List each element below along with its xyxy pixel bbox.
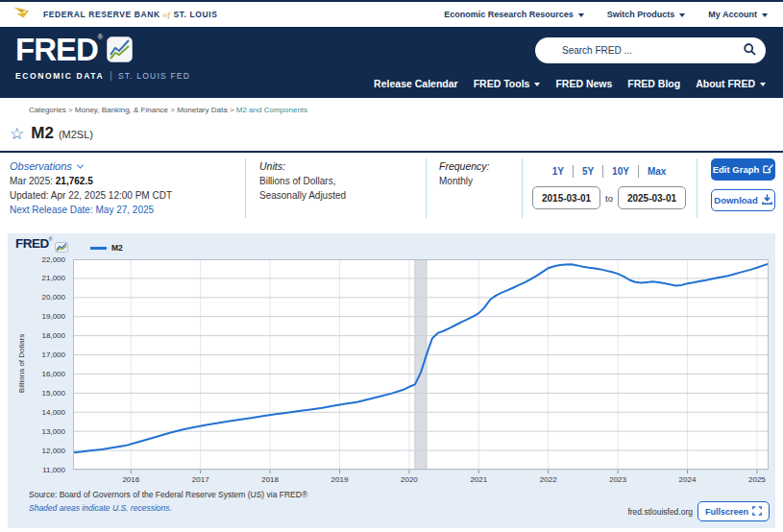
nav-release-calendar[interactable]: Release Calendar [374,78,458,89]
page-title: M2 [31,124,54,143]
units-label: Units: [259,159,346,174]
legend-series-label: M2 [111,243,123,253]
end-date-input[interactable] [618,186,686,209]
graph-actions: Edit Graph Download [711,153,778,211]
legend-line-swatch [90,247,107,250]
y-tick-label: 19,000 [42,312,65,321]
x-tick-label: 2019 [323,475,357,484]
range-separator [638,165,639,178]
eagle-logo-icon [13,6,37,24]
breadcrumb: CategoriesMoney, Banking, & FinanceMonet… [0,98,783,114]
y-tick-label: 20,000 [42,293,65,302]
range-max-button[interactable]: Max [648,166,666,177]
fred-watermark-text: FRED [15,236,49,251]
y-tick-label: 15,000 [42,389,65,398]
updated-timestamp: Updated: Apr 22, 2025 12:00 PM CDT [10,188,172,203]
series-meta-bar: Observations Mar 2025: 21,762.5 Updated:… [0,153,783,226]
y-tick-label: 17,000 [42,351,65,359]
caret-down-icon [578,13,584,20]
fred-logo[interactable]: FRED® ECONOMIC DATA | ST. LOUIS FED [15,34,190,81]
caret-down-icon [679,13,685,20]
breadcrumb-current[interactable]: M2 and Components [228,106,307,114]
nav-about-fred[interactable]: About FRED [696,78,766,89]
frequency-block: Frequency: Monthly [439,159,490,188]
fullscreen-button[interactable]: Fullscreen [697,501,770,521]
source-attribution: Source: Board of Governors of the Federa… [29,490,307,499]
breadcrumb-monetary-data[interactable]: Monetary Data [168,106,228,114]
chart-panel: FRED® M2 Billions of Dollars 11,00012,00… [8,233,775,528]
observations-dropdown[interactable]: Observations [10,159,83,174]
search-box [535,37,766,63]
y-tick-label: 14,000 [42,408,65,417]
x-axis-ticks: 2016201720182019202020212022202320242025 [73,475,769,487]
chart-legend: M2 [90,243,123,253]
x-tick-label: 2024 [671,475,705,484]
edit-pencil-icon [763,163,773,176]
y-tick-label: 11,000 [42,466,65,474]
date-range-block: 1Y 5Y 10Y Max to [526,153,692,209]
y-tick-label: 22,000 [42,255,65,264]
nav-fred-news[interactable]: FRED News [555,78,612,89]
nav-fred-blog[interactable]: FRED Blog [627,78,680,89]
series-title-row: ☆ M2 (M2SL) [0,114,783,151]
tagline-stlouis-fed: ST. LOUIS FED [118,71,190,81]
latest-observation: Mar 2025: 21,762.5 [10,174,172,188]
menu-my-account[interactable]: My Account [708,10,768,19]
range-10y-button[interactable]: 10Y [612,166,629,177]
y-axis-ticks: 11,00012,00013,00014,00015,00016,00017,0… [8,259,69,470]
range-5y-button[interactable]: 5Y [582,166,594,177]
fred-mini-chart-icon [55,239,68,256]
menu-economic-research-resources[interactable]: Economic Research Resources [444,10,584,19]
breadcrumb-categories[interactable]: Categories [29,106,66,114]
y-tick-label: 21,000 [42,274,65,282]
latest-value: 21,762.5 [56,176,93,186]
start-date-input[interactable] [532,186,600,209]
fred-watermark: FRED® [15,236,68,256]
x-tick-label: 2021 [461,475,496,484]
range-separator [573,165,574,178]
fred-wordmark: FRED [15,34,98,66]
search-icon[interactable] [744,42,756,60]
registered-mark: ® [98,34,103,40]
site-url: fred.stlouisfed.org [627,507,693,517]
x-tick-label: 2025 [740,475,774,484]
recession-note-link[interactable]: Shaded areas indicate U.S. recessions. [29,503,172,513]
series-ticker: (M2SL) [59,129,93,140]
y-tick-label: 18,000 [42,331,65,340]
fred-chart-icon [107,36,133,66]
caret-down-icon [760,83,766,89]
y-tick-label: 12,000 [42,447,65,455]
header-nav: Release Calendar FRED Tools FRED News FR… [374,78,766,89]
download-icon [762,194,772,206]
meta-divider [426,158,427,218]
x-tick-label: 2018 [253,475,287,484]
brand-text: FEDERAL RESERVE BANK of ST. LOUIS [43,10,218,19]
edit-graph-button[interactable]: Edit Graph [711,158,775,181]
units-value-line1: Billions of Dollars, [259,174,346,188]
next-release-date[interactable]: Next Release Date: May 27, 2025 [10,203,172,217]
favorite-star-icon[interactable]: ☆ [10,126,24,142]
y-tick-label: 13,000 [42,427,65,436]
x-tick-label: 2020 [392,475,427,484]
meta-divider [522,158,523,218]
date-to-label: to [605,193,613,204]
caret-down-icon [762,13,768,20]
search-input[interactable] [562,45,744,56]
y-tick-label: 16,000 [42,370,65,378]
plot-area[interactable] [73,259,769,474]
menu-switch-products[interactable]: Switch Products [607,10,686,19]
breadcrumb-money-banking-finance[interactable]: Money, Banking, & Finance [66,106,168,114]
units-block: Units: Billions of Dollars, Seasonally A… [259,159,346,203]
download-button[interactable]: Download [711,189,775,211]
meta-divider [245,158,246,218]
range-1y-button[interactable]: 1Y [552,166,564,177]
nav-fred-tools[interactable]: FRED Tools [474,78,541,89]
observations-block: Observations Mar 2025: 21,762.5 Updated:… [10,159,172,217]
m2-line-chart[interactable] [73,259,769,474]
x-tick-label: 2016 [113,475,148,484]
frequency-value: Monthly [439,174,490,188]
frb-stlouis-brand[interactable]: FEDERAL RESERVE BANK of ST. LOUIS [13,6,218,24]
x-tick-label: 2017 [184,475,218,484]
chevron-down-icon [77,162,84,169]
utility-bar: FEDERAL RESERVE BANK of ST. LOUIS Econom… [0,0,783,27]
